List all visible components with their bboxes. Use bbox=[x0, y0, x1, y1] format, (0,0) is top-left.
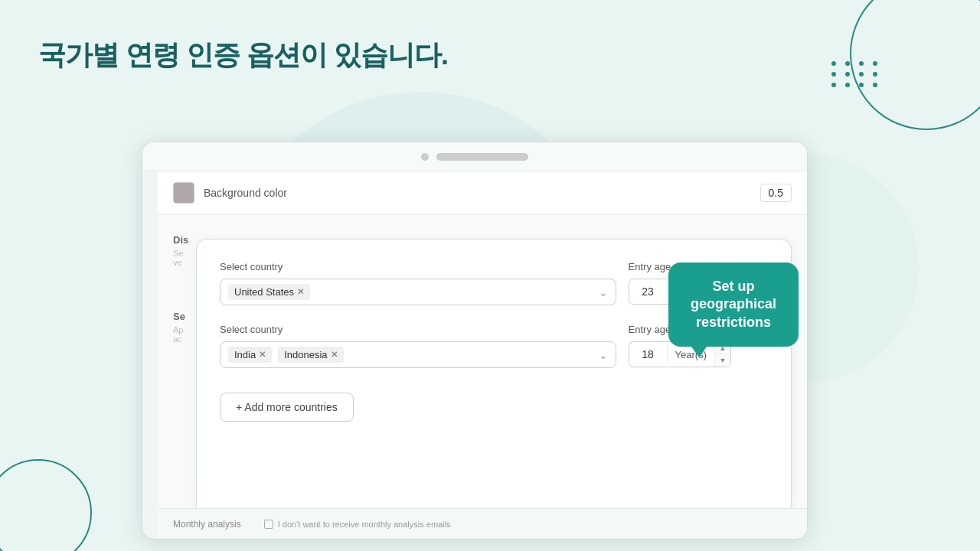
restriction-modal-card: Set up geographical restrictions Select … bbox=[196, 239, 792, 516]
side-label-se: Se Apac bbox=[173, 311, 185, 344]
country-tag-indonesia-close[interactable]: ✕ bbox=[331, 350, 338, 360]
monthly-analysis-checkbox-group[interactable]: I don't want to receive monthly analysis… bbox=[264, 520, 451, 529]
age-value-1: 23 bbox=[629, 281, 668, 302]
select-country-label-1: Select country bbox=[220, 261, 616, 272]
tooltip-bubble: Set up geographical restrictions bbox=[668, 262, 799, 347]
country-tag-india-close[interactable]: ✕ bbox=[259, 350, 266, 360]
country-tag-us-close[interactable]: ✕ bbox=[297, 287, 304, 297]
country-select-col-2: Select country India ✕ Indonesia ✕ ⌄ bbox=[220, 324, 616, 368]
se-subtext: Apac bbox=[173, 325, 185, 344]
browser-address-bar bbox=[436, 153, 528, 161]
country-select-input-2[interactable]: India ✕ Indonesia ✕ ⌄ bbox=[220, 341, 616, 368]
select-country-label-2: Select country bbox=[220, 324, 616, 335]
side-label-dis: Dis Seve bbox=[173, 234, 188, 267]
color-swatch[interactable] bbox=[173, 182, 194, 204]
tooltip-text-line1: Set up bbox=[712, 279, 754, 294]
page-heading: 국가별 연령 인증 옵션이 있습니다. bbox=[38, 37, 448, 74]
country-tag-us: United States ✕ bbox=[228, 284, 310, 300]
add-countries-button[interactable]: + Add more countries bbox=[220, 393, 354, 422]
decorative-circle-top-right bbox=[850, 0, 980, 130]
select-arrow-1: ⌄ bbox=[599, 286, 608, 298]
background-color-value: 0.5 bbox=[760, 184, 792, 202]
age-value-2: 18 bbox=[629, 344, 668, 365]
browser-dot bbox=[421, 153, 429, 161]
monthly-analysis-label: Monthly analysis bbox=[173, 519, 241, 530]
country-tag-indonesia: Indonesia ✕ bbox=[278, 347, 343, 363]
dis-subtext: Seve bbox=[173, 249, 188, 267]
bottom-bar: Monthly analysis I don't want to receive… bbox=[158, 508, 807, 539]
browser-bar bbox=[142, 142, 807, 171]
background-color-label: Background color bbox=[204, 187, 751, 199]
monthly-analysis-checkbox[interactable] bbox=[264, 520, 273, 529]
tooltip-text-line3: restrictions bbox=[696, 315, 771, 330]
background-color-row: Background color 0.5 bbox=[158, 171, 807, 215]
country-select-col-1: Select country United States ✕ ⌄ bbox=[220, 261, 616, 305]
country-tag-indonesia-label: Indonesia bbox=[284, 349, 327, 360]
inner-panel: Background color 0.5 Dis Seve Se Apac Se… bbox=[158, 171, 807, 539]
select-arrow-2: ⌄ bbox=[599, 349, 608, 361]
country-tag-india-label: India bbox=[234, 349, 256, 360]
monthly-analysis-checkbox-label: I don't want to receive monthly analysis… bbox=[278, 520, 451, 529]
dot-grid-decoration bbox=[831, 61, 880, 87]
age-decrement-2[interactable]: ▼ bbox=[715, 354, 730, 367]
country-tag-india: India ✕ bbox=[228, 347, 272, 363]
tooltip-text-line2: geographical bbox=[691, 296, 776, 311]
country-select-input-1[interactable]: United States ✕ ⌄ bbox=[220, 279, 616, 305]
browser-window: Background color 0.5 Dis Seve Se Apac Se… bbox=[142, 142, 808, 540]
country-tag-us-label: United States bbox=[234, 286, 294, 298]
decorative-circle-bottom-left bbox=[0, 459, 92, 551]
